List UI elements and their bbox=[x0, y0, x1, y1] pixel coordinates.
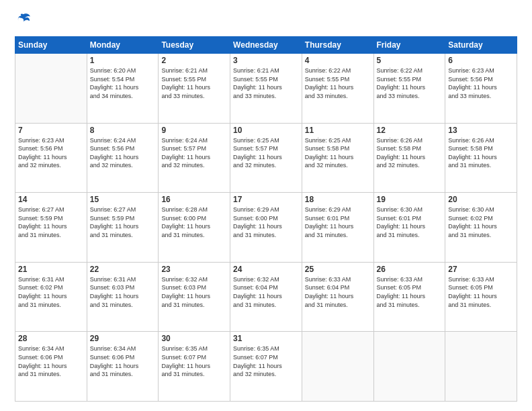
weekday-header-monday: Monday bbox=[87, 37, 159, 54]
calendar-cell: 12Sunrise: 6:26 AMSunset: 5:58 PMDayligh… bbox=[373, 123, 445, 193]
calendar-cell: 3Sunrise: 6:21 AMSunset: 5:55 PMDaylight… bbox=[230, 54, 302, 124]
day-info: Sunrise: 6:29 AMSunset: 6:01 PMDaylight:… bbox=[305, 205, 371, 239]
day-number: 21 bbox=[18, 265, 84, 274]
calendar-cell: 4Sunrise: 6:22 AMSunset: 5:55 PMDaylight… bbox=[302, 54, 373, 124]
week-row-3: 21Sunrise: 6:31 AMSunset: 6:02 PMDayligh… bbox=[15, 262, 517, 332]
calendar-cell: 30Sunrise: 6:35 AMSunset: 6:07 PMDayligh… bbox=[159, 332, 230, 402]
day-info: Sunrise: 6:29 AMSunset: 6:00 PMDaylight:… bbox=[233, 205, 299, 239]
weekday-header-friday: Friday bbox=[373, 37, 445, 54]
day-number: 9 bbox=[161, 126, 227, 135]
day-number: 2 bbox=[161, 56, 227, 65]
day-number: 13 bbox=[448, 126, 514, 135]
calendar-cell: 9Sunrise: 6:24 AMSunset: 5:57 PMDaylight… bbox=[159, 123, 230, 193]
day-info: Sunrise: 6:22 AMSunset: 5:55 PMDaylight:… bbox=[377, 66, 443, 100]
day-info: Sunrise: 6:24 AMSunset: 5:56 PMDaylight:… bbox=[90, 136, 156, 170]
day-number: 17 bbox=[233, 195, 299, 204]
day-number: 30 bbox=[161, 334, 227, 343]
day-number: 12 bbox=[377, 126, 443, 135]
day-info: Sunrise: 6:31 AMSunset: 6:02 PMDaylight:… bbox=[18, 275, 84, 309]
day-number: 25 bbox=[305, 265, 371, 274]
weekday-header-thursday: Thursday bbox=[302, 37, 373, 54]
day-info: Sunrise: 6:35 AMSunset: 6:07 PMDaylight:… bbox=[233, 345, 299, 378]
calendar-cell bbox=[15, 54, 87, 124]
day-number: 22 bbox=[90, 265, 156, 274]
day-number: 27 bbox=[448, 265, 514, 274]
day-number: 3 bbox=[233, 56, 299, 65]
day-info: Sunrise: 6:20 AMSunset: 5:54 PMDaylight:… bbox=[90, 66, 156, 100]
day-info: Sunrise: 6:23 AMSunset: 5:56 PMDaylight:… bbox=[18, 136, 84, 170]
day-info: Sunrise: 6:32 AMSunset: 6:04 PMDaylight:… bbox=[233, 275, 299, 309]
day-number: 31 bbox=[233, 334, 299, 343]
day-info: Sunrise: 6:35 AMSunset: 6:07 PMDaylight:… bbox=[161, 345, 227, 378]
day-info: Sunrise: 6:21 AMSunset: 5:55 PMDaylight:… bbox=[233, 66, 299, 100]
page: SundayMondayTuesdayWednesdayThursdayFrid… bbox=[0, 0, 532, 411]
day-info: Sunrise: 6:28 AMSunset: 6:00 PMDaylight:… bbox=[161, 205, 227, 239]
calendar-cell: 20Sunrise: 6:30 AMSunset: 6:02 PMDayligh… bbox=[445, 193, 517, 263]
calendar-cell: 24Sunrise: 6:32 AMSunset: 6:04 PMDayligh… bbox=[230, 262, 302, 332]
day-info: Sunrise: 6:34 AMSunset: 6:06 PMDaylight:… bbox=[18, 345, 84, 378]
day-info: Sunrise: 6:31 AMSunset: 6:03 PMDaylight:… bbox=[90, 275, 156, 309]
day-info: Sunrise: 6:22 AMSunset: 5:55 PMDaylight:… bbox=[305, 66, 371, 100]
day-number: 19 bbox=[377, 195, 443, 204]
calendar-cell: 28Sunrise: 6:34 AMSunset: 6:06 PMDayligh… bbox=[15, 332, 87, 402]
week-row-1: 7Sunrise: 6:23 AMSunset: 5:56 PMDaylight… bbox=[15, 123, 517, 193]
week-row-0: 1Sunrise: 6:20 AMSunset: 5:54 PMDaylight… bbox=[15, 54, 517, 124]
calendar-cell: 27Sunrise: 6:33 AMSunset: 6:05 PMDayligh… bbox=[445, 262, 517, 332]
day-number: 16 bbox=[161, 195, 227, 204]
calendar-cell: 5Sunrise: 6:22 AMSunset: 5:55 PMDaylight… bbox=[373, 54, 445, 124]
day-info: Sunrise: 6:24 AMSunset: 5:57 PMDaylight:… bbox=[161, 136, 227, 170]
day-info: Sunrise: 6:25 AMSunset: 5:57 PMDaylight:… bbox=[233, 136, 299, 170]
calendar-cell: 29Sunrise: 6:34 AMSunset: 6:06 PMDayligh… bbox=[87, 332, 159, 402]
calendar-cell: 16Sunrise: 6:28 AMSunset: 6:00 PMDayligh… bbox=[159, 193, 230, 263]
day-info: Sunrise: 6:26 AMSunset: 5:58 PMDaylight:… bbox=[448, 136, 514, 170]
calendar-cell: 6Sunrise: 6:23 AMSunset: 5:56 PMDaylight… bbox=[445, 54, 517, 124]
calendar-cell: 31Sunrise: 6:35 AMSunset: 6:07 PMDayligh… bbox=[230, 332, 302, 402]
day-number: 18 bbox=[305, 195, 371, 204]
calendar-cell: 11Sunrise: 6:25 AMSunset: 5:58 PMDayligh… bbox=[302, 123, 373, 193]
weekday-header-saturday: Saturday bbox=[445, 37, 517, 54]
day-number: 15 bbox=[90, 195, 156, 204]
weekday-header-wednesday: Wednesday bbox=[230, 37, 302, 54]
calendar-cell: 14Sunrise: 6:27 AMSunset: 5:59 PMDayligh… bbox=[15, 193, 87, 263]
calendar-cell: 7Sunrise: 6:23 AMSunset: 5:56 PMDaylight… bbox=[15, 123, 87, 193]
weekday-header-row: SundayMondayTuesdayWednesdayThursdayFrid… bbox=[15, 37, 517, 54]
day-number: 28 bbox=[18, 334, 84, 343]
calendar-cell: 18Sunrise: 6:29 AMSunset: 6:01 PMDayligh… bbox=[302, 193, 373, 263]
day-number: 6 bbox=[448, 56, 514, 65]
day-number: 1 bbox=[90, 56, 156, 65]
calendar-cell: 10Sunrise: 6:25 AMSunset: 5:57 PMDayligh… bbox=[230, 123, 302, 193]
calendar-cell: 23Sunrise: 6:32 AMSunset: 6:03 PMDayligh… bbox=[159, 262, 230, 332]
calendar-cell bbox=[373, 332, 445, 402]
logo bbox=[15, 12, 31, 30]
day-number: 7 bbox=[18, 126, 84, 135]
day-number: 29 bbox=[90, 334, 156, 343]
day-number: 24 bbox=[233, 265, 299, 274]
logo-bird-icon bbox=[16, 12, 31, 27]
day-info: Sunrise: 6:27 AMSunset: 5:59 PMDaylight:… bbox=[90, 205, 156, 239]
calendar-table: SundayMondayTuesdayWednesdayThursdayFrid… bbox=[15, 36, 517, 402]
header bbox=[15, 12, 517, 30]
weekday-header-sunday: Sunday bbox=[15, 37, 87, 54]
week-row-4: 28Sunrise: 6:34 AMSunset: 6:06 PMDayligh… bbox=[15, 332, 517, 402]
day-number: 14 bbox=[18, 195, 84, 204]
calendar-cell bbox=[445, 332, 517, 402]
day-info: Sunrise: 6:34 AMSunset: 6:06 PMDaylight:… bbox=[90, 345, 156, 378]
calendar-cell: 26Sunrise: 6:33 AMSunset: 6:05 PMDayligh… bbox=[373, 262, 445, 332]
calendar-cell: 15Sunrise: 6:27 AMSunset: 5:59 PMDayligh… bbox=[87, 193, 159, 263]
calendar-cell: 19Sunrise: 6:30 AMSunset: 6:01 PMDayligh… bbox=[373, 193, 445, 263]
calendar-cell: 13Sunrise: 6:26 AMSunset: 5:58 PMDayligh… bbox=[445, 123, 517, 193]
day-info: Sunrise: 6:33 AMSunset: 6:04 PMDaylight:… bbox=[305, 275, 371, 309]
calendar-cell: 21Sunrise: 6:31 AMSunset: 6:02 PMDayligh… bbox=[15, 262, 87, 332]
day-info: Sunrise: 6:30 AMSunset: 6:01 PMDaylight:… bbox=[377, 205, 443, 239]
calendar-cell: 25Sunrise: 6:33 AMSunset: 6:04 PMDayligh… bbox=[302, 262, 373, 332]
weekday-header-tuesday: Tuesday bbox=[159, 37, 230, 54]
calendar-cell bbox=[302, 332, 373, 402]
calendar-cell: 8Sunrise: 6:24 AMSunset: 5:56 PMDaylight… bbox=[87, 123, 159, 193]
day-number: 10 bbox=[233, 126, 299, 135]
day-info: Sunrise: 6:26 AMSunset: 5:58 PMDaylight:… bbox=[377, 136, 443, 170]
calendar-cell: 22Sunrise: 6:31 AMSunset: 6:03 PMDayligh… bbox=[87, 262, 159, 332]
day-info: Sunrise: 6:23 AMSunset: 5:56 PMDaylight:… bbox=[448, 66, 514, 100]
day-number: 23 bbox=[161, 265, 227, 274]
day-info: Sunrise: 6:30 AMSunset: 6:02 PMDaylight:… bbox=[448, 205, 514, 239]
day-number: 4 bbox=[305, 56, 371, 65]
